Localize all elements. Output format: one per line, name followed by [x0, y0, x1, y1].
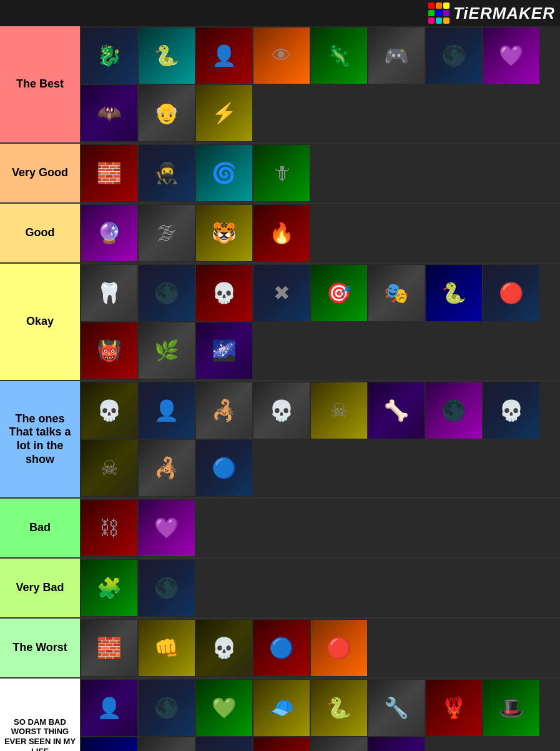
list-item: 🔧 [368, 680, 425, 736]
list-item: 🦎 [139, 737, 195, 751]
tier-content-very-bad: 🧩 🌑 [80, 559, 560, 617]
tier-label-best: The Best [0, 26, 80, 142]
list-item: 🔴 [483, 265, 539, 321]
tier-row-sodam: SO DAM BAD WORST THING EVER SEEN IN MY L… [0, 679, 560, 751]
list-item: 🐍 [139, 27, 195, 84]
list-item: 🌑 [139, 680, 195, 736]
list-item: 🌑 [426, 27, 482, 84]
list-item: 🎯 [311, 265, 367, 321]
list-item: ☠ [311, 382, 367, 439]
logo-cell-9 [443, 17, 449, 24]
logo-cell-8 [436, 17, 442, 24]
list-item: 🦷 [81, 265, 137, 321]
logo-cell-2 [436, 2, 442, 9]
header-bar: TiERMAKER [0, 0, 560, 26]
list-item: 🔵 [253, 620, 310, 676]
list-item: 🌫 [139, 205, 195, 261]
list-item: 💀 [483, 382, 539, 439]
list-item: 🦞 [426, 680, 482, 736]
list-item: 🥊 [253, 737, 310, 751]
tier-row-good: Good 🔮 🌫 🐯 🔥 [0, 204, 560, 264]
list-item: 🦂 [139, 440, 195, 496]
list-item: 🌌 [196, 322, 252, 379]
tier-content-best: 🐉 🐍 👤 👁 🦎 🎮 🌑 💜 🦇 👴 ⚡ [80, 26, 560, 142]
list-item: ⚔ [368, 737, 425, 751]
list-item: 🔮 [81, 205, 137, 261]
tier-content-okay: 🦷 🌑 💀 ✖ 🎯 🎭 🐍 🔴 👹 🌿 🌌 [80, 264, 560, 380]
tier-content-worst: 🧱 👊 💀 🔵 🔴 [80, 619, 560, 677]
list-item: 🧱 [81, 145, 137, 201]
list-item: 🐉 [81, 27, 137, 84]
list-item: 🔥 [253, 205, 310, 261]
tier-label-worst: The Worst [0, 619, 80, 677]
list-item: 👹 [81, 322, 137, 379]
tier-label-bad: Bad [0, 499, 80, 557]
list-item: 💜 [139, 500, 195, 556]
tiermaker-logo: TiERMAKER [428, 2, 555, 24]
list-item: 🦎 [311, 27, 367, 84]
list-item: 🐍 [311, 680, 367, 736]
logo-cell-7 [428, 17, 435, 24]
list-item: 💀 [196, 620, 252, 676]
list-item: 🌑 [426, 382, 482, 439]
logo-cell-5 [436, 10, 442, 16]
list-item: 💀 [196, 265, 252, 321]
tier-content-good: 🔮 🌫 🐯 🔥 [80, 204, 560, 262]
logo-cell-3 [443, 2, 449, 9]
list-item: 🥷 [139, 145, 195, 201]
list-item: 🦇 [81, 85, 137, 141]
logo-cell-4 [428, 10, 435, 16]
list-item: 🌑 [139, 265, 195, 321]
list-item: 🦂 [196, 382, 252, 439]
tier-row-worst: The Worst 🧱 👊 💀 🔵 🔴 [0, 619, 560, 679]
tiermaker-logo-text: TiERMAKER [453, 4, 555, 23]
tier-row-bad: Bad ⛓ 💜 [0, 499, 560, 559]
list-item: 🐯 [196, 205, 252, 261]
list-item: 👤 [196, 27, 252, 84]
logo-grid-icon [428, 2, 449, 24]
logo-cell-1 [428, 2, 435, 9]
list-item: 👤 [81, 680, 137, 736]
list-item: 💀 [81, 382, 137, 439]
list-item: 🌑 [139, 560, 195, 616]
tier-content-bad: ⛓ 💜 [80, 499, 560, 557]
tier-row-okay: Okay 🦷 🌑 💀 ✖ 🎯 🎭 🐍 🔴 👹 🌿 🌌 [0, 264, 560, 381]
list-item: 🌿 [139, 322, 195, 379]
list-item: ✖ [253, 265, 310, 321]
list-item: 🦴 [368, 382, 425, 439]
list-item: 🎭 [196, 737, 252, 751]
tier-label-very-bad: Very Bad [0, 559, 80, 617]
list-item: 🧢 [253, 680, 310, 736]
list-item: 💜 [483, 27, 539, 84]
list-item: 🐍 [426, 265, 482, 321]
list-item: ☠ [81, 440, 137, 496]
list-item: 👁 [253, 27, 310, 84]
list-item: 👤 [139, 382, 195, 439]
logo-cell-6 [443, 10, 449, 16]
list-item: 🎮 [368, 27, 425, 84]
list-item: 👊 [139, 620, 195, 676]
tier-content-very-good: 🧱 🥷 🌀 🗡 [80, 144, 560, 202]
list-item: 🔵 [81, 737, 137, 751]
tier-row-talks: The ones That talks a lot in the show 💀 … [0, 381, 560, 499]
tier-content-sodam: 👤 🌑 💚 🧢 🐍 🔧 🦞 🎩 🔵 🦎 🎭 🥊 🎩 ⚔ [80, 679, 560, 751]
list-item: ⚡ [196, 85, 252, 141]
list-item: 🌀 [196, 145, 252, 201]
list-item: 🧱 [81, 620, 137, 676]
tier-row-very-bad: Very Bad 🧩 🌑 [0, 559, 560, 619]
list-item: 💚 [196, 680, 252, 736]
tier-list: The Best 🐉 🐍 👤 👁 🦎 🎮 🌑 💜 🦇 👴 ⚡ Very Good… [0, 26, 560, 751]
list-item: 🔴 [311, 620, 367, 676]
list-item: 🧩 [81, 560, 137, 616]
tier-content-talks: 💀 👤 🦂 💀 ☠ 🦴 🌑 💀 ☠ 🦂 🔵 [80, 381, 560, 497]
tier-row-best: The Best 🐉 🐍 👤 👁 🦎 🎮 🌑 💜 🦇 👴 ⚡ [0, 26, 560, 144]
list-item: 👴 [139, 85, 195, 141]
list-item: 💀 [253, 382, 310, 439]
list-item: ⛓ [81, 500, 137, 556]
tier-row-very-good: Very Good 🧱 🥷 🌀 🗡 [0, 144, 560, 204]
tier-label-very-good: Very Good [0, 144, 80, 202]
list-item: 🎩 [311, 737, 367, 751]
list-item: 🔵 [196, 440, 252, 496]
tier-label-sodam: SO DAM BAD WORST THING EVER SEEN IN MY L… [0, 679, 80, 751]
list-item: 🗡 [253, 145, 310, 201]
